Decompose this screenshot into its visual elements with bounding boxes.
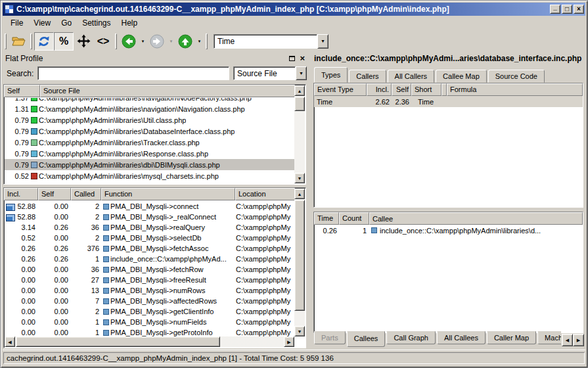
minimize-button[interactable]: _ [550,5,560,14]
source-file-row[interactable]: 1.31 C:\xampp\phpMyAdmin\libraries\navig… [5,103,294,114]
incl-value: 0.52 [22,234,35,242]
toolbar-handle[interactable] [115,34,117,49]
scroll-down-button[interactable]: ▼ [294,173,305,183]
location-value: C:\xampp\phpMy [236,297,294,305]
toolbar-handle[interactable] [206,34,208,49]
relative-percent-button[interactable]: % [54,32,74,51]
detail-tab[interactable]: Parts [314,331,346,344]
source-file-path: C:\xampp\phpMyAdmin\libraries\Util.class… [39,116,186,124]
combo-arrow-button[interactable]: ▼ [296,66,307,80]
column-header-short[interactable]: Short [411,83,441,96]
function-row[interactable]: 0.00 0.00 27 PMA_DBI_Mysqli->freeResult … [5,275,294,285]
menu-item[interactable]: Go [56,16,77,30]
detail-tab[interactable]: Caller Map [487,331,536,344]
function-row[interactable]: 0.00 0.00 1 PMA_DBI_Mysqli->numFields C:… [5,317,294,327]
search-input[interactable] [37,66,229,80]
back-dropdown[interactable]: ▼ [139,32,147,51]
up-dropdown[interactable]: ▼ [195,32,204,51]
column-header-self[interactable]: Self [392,83,411,96]
horizontal-scrollbar[interactable]: ◀ ▶ [5,336,294,347]
scrollbar-thumb[interactable] [16,336,220,347]
detail-tab[interactable]: Callees [347,331,386,347]
detail-tab[interactable]: Callers [349,70,386,83]
function-row[interactable]: 0.26 0.26 1 include_once::C:\xampp\phpMy… [5,254,294,264]
function-row[interactable]: 0.00 0.00 36 PMA_DBI_Mysqli->fetchRow C:… [5,264,294,275]
scroll-right-button[interactable]: ▶ [284,336,294,347]
column-header-self[interactable]: Self [38,188,71,200]
column-header-count[interactable]: Count [339,212,369,225]
source-file-row[interactable]: 0.79 C:\xampp\phpMyAdmin\libraries\Respo… [5,148,294,159]
expand-areas-button[interactable] [74,32,93,51]
function-row[interactable]: 0.52 0.00 2 PMA_DBI_Mysqli->selectDb C:\… [5,233,294,243]
event-type-combobox[interactable]: Time ▼ [214,34,328,49]
shorten-templates-button[interactable]: <> [93,32,113,51]
detail-tab[interactable]: Callee Map [436,70,487,83]
open-file-button[interactable] [9,32,28,51]
column-header-incl[interactable]: Incl. [4,188,38,200]
function-row[interactable]: 0.00 0.00 13 PMA_DBI_Mysqli->numRows C:\… [5,285,294,296]
column-header-self[interactable]: Self [4,85,40,97]
dock-float-icon[interactable] [289,56,295,61]
scroll-down-button[interactable]: ▼ [294,326,305,336]
column-header-function[interactable]: Function [101,188,235,200]
vertical-scrollbar[interactable]: ▲ ▼ [294,85,305,183]
dock-close-icon[interactable]: × [300,55,305,62]
menu-item[interactable]: Settings [77,16,116,30]
scrollbar-thumb[interactable] [294,97,305,111]
scroll-left-button[interactable]: ◀ [5,336,15,347]
tab-scroll-left-button[interactable]: ◀ [562,334,573,346]
maximize-button[interactable]: □ [562,5,572,14]
menu-item[interactable]: File [5,16,28,30]
column-header-spacer[interactable] [441,83,447,96]
source-file-row[interactable]: 0.79 C:\xampp\phpMyAdmin\libraries\Datab… [5,126,294,137]
column-header-incl[interactable]: Incl. [367,83,392,96]
toolbar-handle[interactable] [30,34,32,49]
detail-tab[interactable]: All Callers [388,70,435,83]
function-row[interactable]: 52.88 0.00 2 PMA_DBI_Mysqli->_realConnec… [5,212,294,222]
up-button[interactable] [175,32,195,51]
column-header-time[interactable]: Time [314,212,339,225]
called-value: 27 [72,276,102,284]
file-color-icon [31,106,37,112]
source-file-row[interactable]: 0.79 C:\xampp\phpMyAdmin\libraries\Util.… [5,114,294,126]
tab-scroll-right-button[interactable]: ▶ [573,334,584,346]
column-header-event-type[interactable]: Event Type [314,83,367,96]
function-row[interactable]: 0.00 0.00 1 PMA_DBI_Mysqli->getProtoInfo… [5,327,294,336]
column-header-source-file[interactable]: Source File [40,85,295,97]
vertical-scrollbar[interactable]: ▲ ▼ [294,189,305,336]
function-row[interactable]: 3.14 0.26 36 PMA_DBI_Mysqli->realQuery C… [5,222,294,233]
cycle-detection-button[interactable] [34,32,54,51]
titlebar[interactable]: C:\xampp\tmp\cachegrind.out.1416463299-C… [3,3,585,16]
column-header-location[interactable]: Location [235,188,295,200]
column-header-formula[interactable]: Formula [447,83,583,96]
detail-tab[interactable]: Call Graph [386,331,436,344]
scroll-up-button[interactable]: ▲ [294,189,305,199]
source-file-row[interactable]: 0.79 C:\xampp\phpMyAdmin\libraries\Track… [5,137,294,148]
menu-item[interactable]: Help [116,16,143,30]
event-type-row[interactable]: Time 2.62 2.36 Time [314,96,583,107]
detail-tab[interactable]: Source Code [488,70,545,83]
dock-header[interactable]: Flat Profile × [3,53,308,64]
detail-tab[interactable]: Types [314,67,348,83]
close-button[interactable]: × [574,5,584,14]
combo-arrow-button[interactable]: ▼ [317,34,328,49]
grouping-combobox[interactable]: Source File ▼ [233,66,307,80]
back-button[interactable] [119,32,139,51]
function-row[interactable]: 0.26 0.26 376 PMA_DBI_Mysqli->fetchAssoc… [5,243,294,254]
column-header-called[interactable]: Called [71,188,101,200]
function-row[interactable]: 52.88 0.00 2 PMA_DBI_Mysqli->connect C:\… [5,201,294,212]
function-row[interactable]: 0.00 0.00 2 PMA_DBI_Mysqli->getClientInf… [5,306,294,317]
menu-item[interactable]: View [28,16,56,30]
scrollbar-thumb[interactable] [294,200,305,311]
function-row[interactable]: 0.00 0.00 7 PMA_DBI_Mysqli->affectedRows… [5,296,294,306]
toolbar-handle[interactable] [5,34,7,49]
detail-tab[interactable]: Machine [537,331,561,344]
scroll-up-button[interactable]: ▲ [294,85,305,96]
source-file-row[interactable]: 0.52 C:\xampp\phpMyAdmin\libraries\mysql… [5,170,294,181]
callee-row[interactable]: 0.26 1 include_once::C:\xampp\phpMyAdmin… [314,225,583,236]
detail-tab[interactable]: All Callees [437,331,486,344]
source-file-row[interactable]: 0.79 C:\xampp\phpMyAdmin\libraries\dbi\D… [5,159,294,170]
source-file-row[interactable]: 0.52 C:\xampp\phpMyAdmin\libraries\user_… [5,181,294,183]
source-file-row[interactable]: 1.37 C:\xampp\phpMyAdmin\libraries\navig… [5,98,294,103]
column-header-callee[interactable]: Callee [369,212,583,225]
